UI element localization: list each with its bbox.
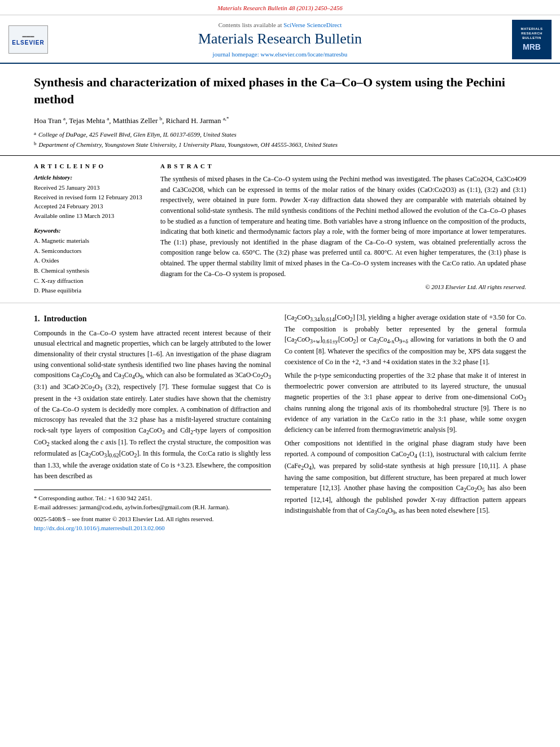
top-bar-citation: Materials Research Bulletin 48 (2013) 24… bbox=[217, 5, 343, 11]
elsevier-logo-top: ▬▬▬ bbox=[23, 34, 34, 38]
intro-heading: 1. Introduction bbox=[34, 314, 271, 324]
affil-line-a: a College of DuPage, 425 Fawell Blvd, Gl… bbox=[34, 130, 526, 139]
footnote-corresponding: * Corresponding author. Tel.: +1 630 942… bbox=[34, 493, 271, 503]
mrb-logo-title: MATERIALSRESEARCHBULLETIN bbox=[520, 27, 542, 40]
affil-sup-label-a: a bbox=[34, 130, 36, 139]
keyword-5: C. X-ray diffraction bbox=[34, 276, 147, 286]
keyword-4: B. Chemical synthesis bbox=[34, 266, 147, 276]
contents-line: Contents lists available at SciVerse Sci… bbox=[218, 21, 342, 28]
article-authors: Hoa Tran a, Tejas Mehta a, Matthias Zell… bbox=[34, 115, 526, 126]
intro-para-right-3: Other compositions not identified in the… bbox=[285, 438, 526, 517]
keywords-section: Keywords: A. Magnetic materials A. Semic… bbox=[34, 227, 147, 296]
keywords-title: Keywords: bbox=[34, 227, 147, 234]
elsevier-logo-container: ▬▬▬ ELSEVIER bbox=[6, 20, 51, 59]
keyword-6: D. Phase equilibria bbox=[34, 286, 147, 296]
affil-sup-a2: a bbox=[107, 116, 109, 121]
main-col-right: [Ca2CoO3.34]0.614[CoO2] [3], yielding a … bbox=[285, 312, 526, 532]
abstract-text: The synthesis of mixed phases in the Ca–… bbox=[160, 174, 526, 279]
journal-title: Materials Research Bulletin bbox=[198, 30, 362, 47]
affil-sup-a3: a,* bbox=[223, 116, 229, 121]
top-bar: Materials Research Bulletin 48 (2013) 24… bbox=[0, 0, 560, 15]
history-title: Article history: bbox=[34, 174, 147, 181]
affil-line-b: b Department of Chemistry, Youngstown St… bbox=[34, 140, 526, 150]
article-info: A R T I C L E I N F O Article history: R… bbox=[34, 163, 147, 296]
intro-para-1: Compounds in the Ca–Co–O system have att… bbox=[34, 328, 271, 482]
history-revised: Received in revised form 12 February 201… bbox=[34, 193, 147, 202]
affil-sup-b: b bbox=[160, 116, 163, 121]
history-received: Received 25 January 2013 bbox=[34, 183, 147, 193]
elsevier-logo: ▬▬▬ ELSEVIER bbox=[8, 25, 48, 54]
main-col-left: 1. Introduction Compounds in the Ca–Co–O… bbox=[34, 312, 271, 532]
affil-sup-label-b: b bbox=[34, 140, 37, 150]
intro-para-right-2: While the p-type semiconducting properti… bbox=[285, 370, 526, 435]
abstract-copyright: © 2013 Elsevier Ltd. All rights reserved… bbox=[160, 283, 526, 290]
article-body: A R T I C L E I N F O Article history: R… bbox=[0, 156, 560, 303]
affiliations: a College of DuPage, 425 Fawell Blvd, Gl… bbox=[34, 130, 526, 149]
sciverse-link[interactable]: SciVerse ScienceDirect bbox=[283, 21, 342, 28]
article-abstract: A B S T R A C T The synthesis of mixed p… bbox=[160, 163, 526, 296]
keyword-1: A. Magnetic materials bbox=[34, 236, 147, 246]
mrb-logo-container: MATERIALSRESEARCHBULLETIN MRB bbox=[509, 20, 554, 59]
article-title: Synthesis and characterization of mixed … bbox=[34, 74, 526, 107]
main-content: 1. Introduction Compounds in the Ca–Co–O… bbox=[0, 303, 560, 532]
journal-homepage: journal homepage: www.elsevier.com/locat… bbox=[213, 51, 348, 58]
abstract-title: A B S T R A C T bbox=[160, 163, 526, 169]
footnote-issn: 0025-5408/$ – see front matter © 2013 El… bbox=[34, 514, 271, 524]
footnote-doi[interactable]: http://dx.doi.org/10.1016/j.materresbull… bbox=[34, 525, 165, 531]
contents-text: Contents lists available at bbox=[218, 21, 282, 28]
keyword-3: A. Oxides bbox=[34, 256, 147, 266]
footnote-section: * Corresponding author. Tel.: +1 630 942… bbox=[34, 490, 271, 512]
affil-sup-a: a bbox=[63, 116, 65, 121]
journal-header-center: Contents lists available at SciVerse Sci… bbox=[56, 20, 504, 59]
footnote-email: E-mail addresses: jarman@cod.edu, aylwin… bbox=[34, 503, 271, 512]
keyword-2: A. Semiconductors bbox=[34, 246, 147, 256]
journal-header: ▬▬▬ ELSEVIER Contents lists available at… bbox=[0, 15, 560, 64]
article-title-section: Synthesis and characterization of mixed … bbox=[0, 64, 560, 156]
mrb-logo: MATERIALSRESEARCHBULLETIN MRB bbox=[512, 20, 552, 59]
mrb-logo-abbr: MRB bbox=[523, 42, 541, 52]
history-online: Available online 13 March 2013 bbox=[34, 211, 147, 221]
affil-text-b: Department of Chemistry, Youngstown Stat… bbox=[39, 140, 338, 150]
affil-text-a: College of DuPage, 425 Fawell Blvd, Glen… bbox=[38, 130, 237, 139]
intro-para-right-1: [Ca2CoO3.34]0.614[CoO2] [3], yielding a … bbox=[285, 312, 526, 368]
article-info-title: A R T I C L E I N F O bbox=[34, 163, 147, 169]
history-accepted: Accepted 24 February 2013 bbox=[34, 202, 147, 211]
elsevier-logo-name: ELSEVIER bbox=[12, 40, 44, 46]
